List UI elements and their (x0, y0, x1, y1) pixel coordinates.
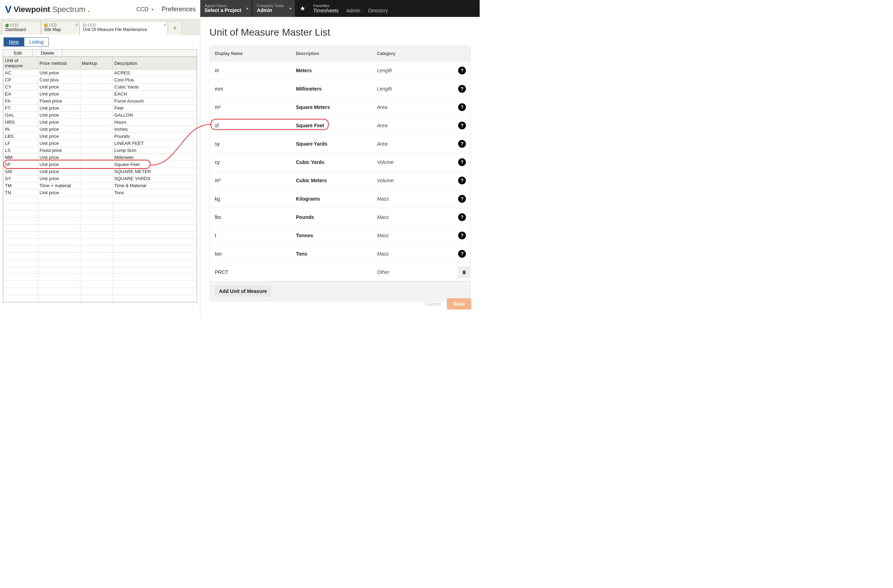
master-row[interactable]: m²Square MetersArea? (210, 98, 470, 116)
table-row[interactable]: INUnit priceInches (3, 126, 197, 133)
master-row[interactable]: sfSquare FeetArea? (210, 116, 470, 134)
table-row-empty[interactable] (3, 281, 197, 288)
table-row-empty[interactable] (3, 232, 197, 238)
tab-add-button[interactable]: ＋ (168, 21, 182, 34)
help-icon[interactable]: ? (458, 140, 466, 148)
project-selector[interactable]: Agave Demo Select a Project ▼ (200, 0, 252, 17)
head-desc[interactable]: Description (291, 46, 372, 61)
table-row[interactable]: LFUnit priceLINEAR FEET (3, 140, 197, 147)
help-icon[interactable]: ? (458, 67, 466, 74)
company-selector[interactable]: CCD ▼ (136, 6, 155, 13)
table-row[interactable]: ACUnit priceACRES (3, 69, 197, 76)
star-icon[interactable]: ★ (296, 0, 310, 17)
delete-button[interactable]: Delete (33, 50, 62, 56)
table-row-empty[interactable] (3, 225, 197, 232)
table-row[interactable]: LBSUnit pricePounds (3, 133, 197, 140)
col-uom[interactable]: Unit of measure (3, 57, 38, 69)
table-row-empty[interactable] (3, 253, 197, 260)
help-icon[interactable]: ? (458, 213, 466, 221)
table-row-empty[interactable] (3, 246, 197, 253)
master-row[interactable]: mmMillimetersLength? (210, 80, 470, 98)
cancel-button[interactable]: Cancel (425, 301, 441, 307)
cell-category: Volume (372, 178, 453, 183)
tab-dashboard[interactable]: CCD Dashboard (2, 21, 41, 34)
help-icon[interactable]: ? (458, 85, 466, 93)
table-row[interactable]: TMTime + materialTime & Material (3, 182, 197, 189)
edit-button[interactable]: Edit (3, 50, 33, 56)
close-icon[interactable]: × (75, 23, 78, 28)
table-row[interactable]: SFUnit priceSquare Feet (3, 161, 197, 168)
table-row[interactable]: EAUnit priceEACH (3, 91, 197, 98)
table-row[interactable]: SYUnit priceSQUARE YARDS (3, 175, 197, 182)
table-row-empty[interactable] (3, 274, 197, 281)
table-row[interactable]: FTUnit priceFeet (3, 105, 197, 112)
col-desc[interactable]: Description (113, 57, 197, 69)
cell-action: ? (453, 232, 471, 239)
cell-markup (80, 76, 113, 84)
table-row[interactable]: HRSUnit priceHours (3, 119, 197, 126)
master-row[interactable]: kgKilogramsMass? (210, 189, 470, 208)
table-row[interactable]: SMUnit priceSQUARE METER (3, 168, 197, 175)
tab-sitemap[interactable]: × CCD Site Map (41, 21, 80, 34)
head-cat[interactable]: Category (372, 46, 453, 61)
table-row[interactable]: CPCost plusCost Plus (3, 76, 197, 84)
add-uom-button[interactable]: Add Unit of Measure (215, 285, 271, 297)
cell-display: sf (210, 123, 291, 128)
master-row[interactable]: lbsPoundsMass? (210, 208, 470, 226)
nav-link-timesheets[interactable]: Timesheets (313, 8, 338, 14)
table-row-empty[interactable] (3, 210, 197, 218)
help-icon[interactable]: ? (458, 122, 466, 129)
close-icon[interactable]: × (164, 23, 166, 28)
help-icon[interactable]: ? (458, 232, 466, 239)
master-row[interactable]: tonTonsMass? (210, 244, 470, 262)
head-display[interactable]: Display Name (210, 46, 291, 61)
nav-link-admin[interactable]: Admin (346, 8, 361, 14)
table-row[interactable]: MMUnit priceMillimeter (3, 154, 197, 161)
cell-markup (80, 91, 113, 98)
table-row[interactable]: TNUnit priceTons (3, 189, 197, 196)
table-row-empty[interactable] (3, 218, 197, 225)
table-row[interactable]: GALUnit priceGALLON (3, 112, 197, 119)
table-row-empty[interactable] (3, 238, 197, 246)
cell-category: Mass (372, 251, 453, 256)
tools-selector[interactable]: Company Tools Admin ▼ (253, 0, 295, 17)
view-new-button[interactable]: New (3, 38, 24, 46)
help-icon[interactable]: ? (458, 195, 466, 203)
table-row-empty[interactable] (3, 196, 197, 203)
cell-markup (80, 112, 113, 119)
cell-markup (80, 69, 113, 76)
col-markup[interactable]: Markup (80, 57, 113, 69)
table-row-empty[interactable] (3, 260, 197, 267)
master-row[interactable]: m³Cubic MetersVolume? (210, 171, 470, 189)
table-row-empty[interactable] (3, 288, 197, 295)
view-listing-button[interactable]: Listing (24, 38, 49, 46)
cell-markup (80, 147, 113, 154)
table-row-empty[interactable] (3, 295, 197, 302)
master-row[interactable]: tTonnesMass? (210, 226, 470, 244)
save-button[interactable]: Save (447, 298, 471, 309)
help-icon[interactable]: ? (458, 103, 466, 111)
cell-uom: EA (3, 91, 38, 98)
master-row[interactable]: cyCubic YardsVolume? (210, 153, 470, 171)
preferences-link[interactable]: Preferences (159, 6, 196, 13)
table-row-empty[interactable] (3, 203, 197, 210)
tab-uom-maintenance[interactable]: × CCD Unit Of Measure File Maintenance (80, 21, 168, 34)
trash-icon[interactable] (458, 266, 470, 278)
drag-handle-icon[interactable]: ⋮⋮ (0, 176, 3, 184)
cell-desc: SQUARE YARDS (113, 175, 197, 182)
cell-markup (80, 105, 113, 112)
table-row-empty[interactable] (3, 267, 197, 274)
help-icon[interactable]: ? (458, 158, 466, 166)
help-icon[interactable]: ? (458, 250, 466, 258)
table-row[interactable]: LSFixed priceLump Sum (3, 147, 197, 154)
help-icon[interactable]: ? (458, 177, 466, 184)
col-price[interactable]: Price method (38, 57, 80, 69)
nav-link-directory[interactable]: Directory (368, 8, 388, 14)
master-row[interactable]: PRCTOther (210, 262, 470, 281)
cell-display: m² (210, 104, 291, 110)
table-row[interactable]: FAFixed priceForce Account (3, 98, 197, 105)
master-row[interactable]: sySquare YardsArea? (210, 134, 470, 153)
table-row[interactable]: CYUnit priceCubic Yards (3, 84, 197, 91)
master-row[interactable]: mMetersLength? (210, 61, 470, 80)
cell-price: Unit price (38, 168, 80, 175)
